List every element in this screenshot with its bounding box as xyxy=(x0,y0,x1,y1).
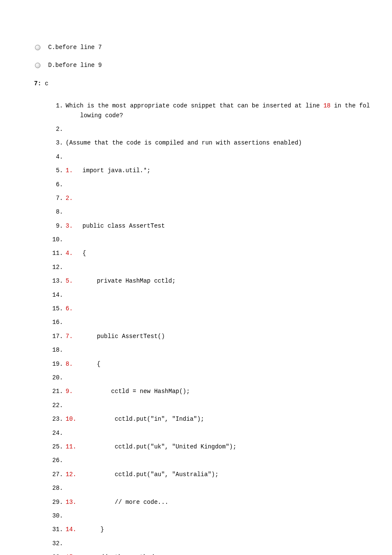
list-item: 17.7. public AssertTest() xyxy=(51,332,375,341)
code-content: public class AssertTest xyxy=(75,221,165,231)
outer-line-number: 4. xyxy=(51,152,63,162)
code-content: } xyxy=(79,525,104,534)
radio-icon[interactable] xyxy=(35,45,40,50)
list-item: 24. xyxy=(51,428,375,438)
list-item: 16. xyxy=(51,318,375,327)
list-item: 9.3. public class AssertTest xyxy=(51,221,375,231)
list-item: 29.13. // more code... xyxy=(51,497,375,507)
outer-line-number: 7. xyxy=(51,194,63,203)
inner-line-number: 8. xyxy=(66,359,73,369)
assumption-text: (Assume that the code is compiled and ru… xyxy=(66,138,302,147)
inner-line-number: 2. xyxy=(66,194,73,203)
list-item: 32. xyxy=(51,539,375,548)
outer-line-number: 6. xyxy=(51,180,63,189)
outer-line-number: 24. xyxy=(51,428,63,438)
inner-line-number: 11. xyxy=(66,442,76,451)
question-number: 7: xyxy=(34,80,41,87)
outer-line-number: 3. xyxy=(51,138,63,147)
question-header: 7: c xyxy=(17,79,375,88)
outer-line-number: 1. xyxy=(51,101,63,110)
inner-line-number: 14. xyxy=(66,525,76,534)
list-item: 10. xyxy=(51,235,375,244)
inner-line-number: 9. xyxy=(66,387,73,396)
outer-line-number: 25. xyxy=(51,442,63,451)
list-item: 2. xyxy=(51,124,375,134)
list-item: 26. xyxy=(51,456,375,465)
code-lines-list: 5.1. import java.util.*;6.7.2.8.9.3. pub… xyxy=(17,166,375,555)
outer-line-number: 17. xyxy=(51,332,63,341)
inner-line-number: 15. xyxy=(66,552,76,555)
code-content: { xyxy=(75,359,101,369)
outer-line-number: 14. xyxy=(51,290,63,300)
outer-line-number: 12. xyxy=(51,263,63,272)
outer-line-number: 8. xyxy=(51,207,63,217)
outer-line-number: 26. xyxy=(51,456,63,465)
list-item: 14. xyxy=(51,290,375,300)
outer-line-number: 33. xyxy=(51,552,63,555)
list-item: 11.4. { xyxy=(51,249,375,258)
code-content: cctld = new HashMap(); xyxy=(75,387,190,396)
list-item: 19.8. { xyxy=(51,359,375,369)
list-item: 20. xyxy=(51,373,375,382)
list-item: 4. xyxy=(51,152,375,162)
inner-line-number: 10. xyxy=(66,414,76,424)
list-item: 6. xyxy=(51,180,375,189)
outer-line-number: 13. xyxy=(51,276,63,286)
option-d-label: D.before line 9 xyxy=(48,61,102,70)
list-item: 22. xyxy=(51,401,375,410)
outer-line-number: 16. xyxy=(51,318,63,327)
question-answer: c xyxy=(45,80,48,87)
outer-line-number: 27. xyxy=(51,470,63,479)
radio-icon[interactable] xyxy=(35,63,40,68)
list-item: 28. xyxy=(51,483,375,493)
outer-line-number: 15. xyxy=(51,304,63,313)
list-item: 1. Which is the most appropriate code sn… xyxy=(51,101,375,120)
list-item: 25.11. cctld.put("uk", "United Kingdom")… xyxy=(51,442,375,451)
outer-line-number: 2. xyxy=(51,124,63,134)
outer-line-number: 9. xyxy=(51,221,63,231)
outer-line-number: 20. xyxy=(51,373,63,382)
outer-line-number: 5. xyxy=(51,166,63,175)
list-item: 12. xyxy=(51,263,375,272)
outer-line-number: 28. xyxy=(51,483,63,493)
outer-line-number: 31. xyxy=(51,525,63,534)
list-item: 3. (Assume that the code is compiled and… xyxy=(51,138,375,147)
code-content: // other methods .... xyxy=(79,552,176,555)
inner-line-number: 1. xyxy=(66,166,73,175)
outer-line-number: 21. xyxy=(51,387,63,396)
list-item: 23.10. cctld.put("in", "India"); xyxy=(51,414,375,424)
inner-line-number: 6. xyxy=(66,304,73,313)
outer-line-number: 11. xyxy=(51,249,63,258)
list-item: 15.6. xyxy=(51,304,375,313)
question-text: Which is the most appropriate code snipp… xyxy=(66,101,370,120)
inner-line-number: 13. xyxy=(66,497,76,507)
code-content: import java.util.*; xyxy=(75,166,150,175)
code-content: // more code... xyxy=(79,497,168,507)
outer-line-number: 32. xyxy=(51,539,63,548)
code-listing: 1. Which is the most appropriate code sn… xyxy=(17,101,375,162)
outer-line-number: 18. xyxy=(51,345,63,355)
option-d-row[interactable]: D.before line 9 xyxy=(17,61,375,70)
outer-line-number: 19. xyxy=(51,359,63,369)
list-item: 21.9. cctld = new HashMap(); xyxy=(51,387,375,396)
outer-line-number: 22. xyxy=(51,401,63,410)
list-item: 18. xyxy=(51,345,375,355)
code-content: cctld.put("au", "Australia"); xyxy=(79,470,219,479)
outer-line-number: 29. xyxy=(51,497,63,507)
list-item: 30. xyxy=(51,511,375,520)
list-item: 33.15. // other methods .... xyxy=(51,552,375,555)
code-content: { xyxy=(75,249,86,258)
list-item: 13.5. private HashMap cctld; xyxy=(51,276,375,286)
inner-line-number: 12. xyxy=(66,470,76,479)
code-content: private HashMap cctld; xyxy=(75,276,176,286)
option-c-row[interactable]: C.before line 7 xyxy=(17,43,375,52)
inner-line-number: 5. xyxy=(66,276,73,286)
list-item: 5.1. import java.util.*; xyxy=(51,166,375,175)
list-item: 31.14. } xyxy=(51,525,375,534)
option-c-label: C.before line 7 xyxy=(48,43,102,52)
inner-line-number: 7. xyxy=(66,332,73,341)
code-content: public AssertTest() xyxy=(75,332,165,341)
code-content: cctld.put("in", "India"); xyxy=(79,414,204,424)
list-item: 7.2. xyxy=(51,194,375,203)
inner-line-number: 3. xyxy=(66,221,73,231)
